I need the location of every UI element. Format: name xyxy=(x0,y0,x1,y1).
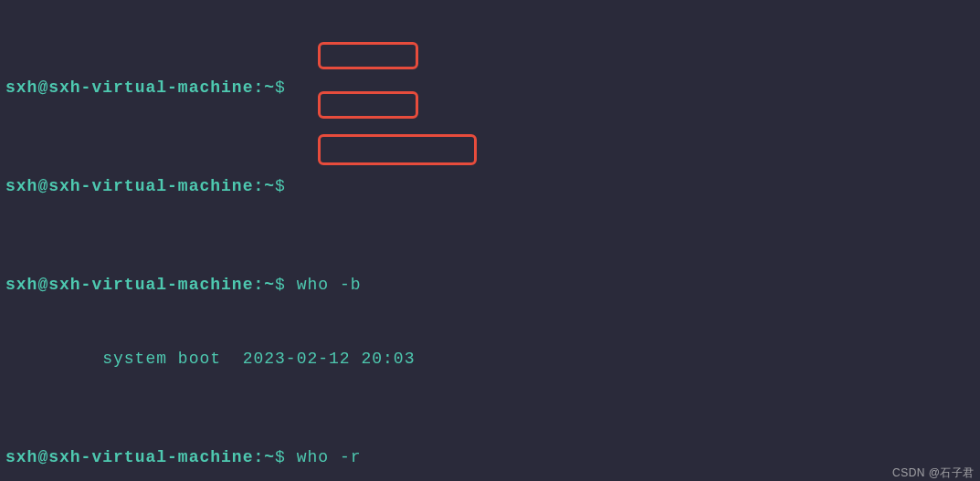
watermark: CSDN @石子君 xyxy=(892,465,975,481)
prompt-line: sxh@sxh-virtual-machine:~$ xyxy=(5,174,975,199)
command-who-b: who -b xyxy=(297,276,362,294)
prompt-line: sxh@sxh-virtual-machine:~$ who -b xyxy=(5,273,975,298)
prompt-user: sxh xyxy=(5,78,37,97)
output-who-b: system boot 2023-02-12 20:03 xyxy=(5,347,975,371)
command-who-r: who -r xyxy=(297,448,362,466)
prompt-line: sxh@sxh-virtual-machine:~$ who -r xyxy=(5,445,975,470)
terminal-output[interactable]: sxh@sxh-virtual-machine:~$ sxh@sxh-virtu… xyxy=(5,2,975,481)
prompt-symbol: $ xyxy=(275,78,286,97)
prompt-host: sxh-virtual-machine xyxy=(48,78,253,97)
prompt-path: ~ xyxy=(264,78,275,97)
prompt-line: sxh@sxh-virtual-machine:~$ xyxy=(5,76,975,100)
